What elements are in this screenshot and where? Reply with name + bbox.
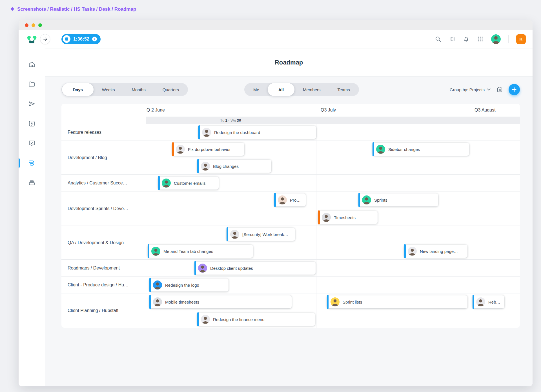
- row-timeline: Provi…SprintsTimesheets: [146, 191, 520, 226]
- task-accent-bar: [404, 244, 406, 258]
- group-by-dropdown[interactable]: Group by: Projects: [450, 87, 491, 92]
- project-row-label: Roadmaps / Development: [68, 266, 120, 271]
- assignee-avatar: [198, 264, 207, 273]
- task-accent-bar: [149, 278, 151, 292]
- breadcrumb[interactable]: ❖ Screenshots / Realistic / HS Tasks / D…: [10, 6, 136, 12]
- task-card[interactable]: Mobile timesheets: [149, 295, 292, 308]
- toolbar: DaysWeeksMonthsQuarters MeAllMembersTeam…: [45, 82, 533, 97]
- screens-icon[interactable]: [449, 36, 455, 42]
- task-card[interactable]: Redesign the logo: [149, 279, 229, 291]
- project-row-label: Development Sprints / Deve…: [68, 206, 128, 211]
- task-accent-bar: [194, 261, 196, 275]
- task-accent-bar: [198, 125, 200, 139]
- task-label: Me and Team tab changes: [163, 249, 217, 254]
- tasks-icon: [28, 140, 36, 148]
- hubstaff-logo[interactable]: [26, 34, 37, 46]
- user-avatar[interactable]: [491, 34, 501, 44]
- tab-all[interactable]: All: [268, 83, 294, 96]
- sidebar-item-tasks[interactable]: [19, 140, 45, 148]
- task-card[interactable]: Timesheets: [318, 211, 378, 224]
- task-card[interactable]: Redesign the dashboard: [198, 126, 316, 139]
- calendar-remove-icon[interactable]: [496, 86, 503, 93]
- minimize-button[interactable]: [32, 23, 35, 27]
- task-card[interactable]: Fix dorpdown behavior: [172, 143, 244, 156]
- task-card[interactable]: [Sercurity] Work break…: [227, 228, 295, 241]
- date-range-label: Tu 1 - We 30: [146, 117, 316, 124]
- window-titlebar: [19, 20, 533, 30]
- tab-days[interactable]: Days: [62, 83, 94, 96]
- stop-icon[interactable]: [63, 35, 70, 43]
- project-row-label: Client - Produce design / Hu…: [68, 282, 128, 288]
- timer-widget[interactable]: 1:36:52 i: [61, 34, 101, 44]
- sidebar-item-activity[interactable]: [19, 120, 45, 128]
- org-badge[interactable]: K: [516, 34, 526, 44]
- assignee-avatar: [153, 297, 162, 306]
- table-row: Client Planning / HubstaffMobile timeshe…: [61, 293, 520, 328]
- task-card[interactable]: Desktop client updates: [194, 262, 316, 275]
- row-timeline: Redesign the dashboard: [146, 124, 520, 141]
- notifications-icon[interactable]: [463, 36, 469, 42]
- month-header: Q 2 June: [147, 104, 165, 117]
- assignee-avatar: [408, 247, 417, 256]
- archive-icon: [28, 179, 36, 188]
- task-card[interactable]: Rebu…: [473, 295, 504, 308]
- task-card[interactable]: Sidebar changes: [373, 143, 469, 156]
- zoom-button[interactable]: [38, 23, 42, 27]
- sidebar-expand-button[interactable]: [40, 34, 50, 44]
- table-row: Client - Produce design / Hu…Redesign th…: [61, 277, 520, 293]
- task-label: Customer emails: [174, 181, 209, 186]
- activity-icon: [28, 120, 36, 128]
- row-timeline: Fix dorpdown behaviorSidebar changesBlog…: [146, 141, 520, 174]
- sidebar-item-archive[interactable]: [19, 179, 45, 188]
- tab-me[interactable]: Me: [245, 83, 268, 96]
- task-card[interactable]: Redesign the finance menu: [197, 313, 315, 326]
- task-accent-bar: [274, 193, 276, 207]
- task-accent-bar: [148, 244, 149, 258]
- task-card[interactable]: Sprints: [358, 193, 438, 206]
- task-card[interactable]: New landing page…: [404, 245, 467, 258]
- sidebar-item-send[interactable]: [19, 100, 45, 109]
- project-row-label: Feature releases: [68, 130, 101, 135]
- sidebar-item-roadmap[interactable]: [19, 159, 45, 168]
- page-title: Roadmap: [275, 59, 303, 66]
- group-by-label: Group by: Projects: [450, 87, 485, 92]
- assignee-avatar: [162, 179, 171, 188]
- timer-time: 1:36:52: [73, 37, 89, 42]
- title-section: Roadmap: [45, 48, 533, 77]
- topbar: 1:36:52 i: [45, 30, 533, 48]
- projects-folder-icon: [28, 81, 36, 89]
- task-card[interactable]: Provi…: [274, 193, 306, 206]
- sidebar-item-projects-folder[interactable]: [19, 81, 45, 89]
- info-icon[interactable]: i: [92, 37, 97, 41]
- task-card[interactable]: Sprint lists: [327, 295, 467, 308]
- assignee-avatar: [376, 145, 385, 154]
- task-label: Sprint lists: [343, 300, 365, 304]
- task-label: Blog changes: [213, 164, 242, 169]
- task-card[interactable]: Me and Team tab changes: [148, 245, 253, 258]
- row-timeline: [Sercurity] Work break…Me and Team tab c…: [146, 226, 520, 259]
- sidebar-item-home[interactable]: [19, 61, 45, 69]
- tab-members[interactable]: Members: [294, 83, 329, 96]
- active-indicator: [19, 158, 20, 168]
- task-card[interactable]: Customer emails: [158, 177, 219, 190]
- assignee-avatar: [153, 280, 162, 289]
- assignee-avatar: [230, 230, 239, 239]
- search-icon[interactable]: [435, 36, 441, 42]
- tab-quarters[interactable]: Quarters: [154, 83, 187, 96]
- assignee-avatar: [176, 145, 185, 154]
- tab-weeks[interactable]: Weeks: [94, 83, 123, 96]
- project-row-label: QA / Development & Design: [68, 240, 124, 245]
- project-row-label: Analytics / Customer Succe…: [68, 181, 127, 186]
- task-card[interactable]: Blog changes: [197, 160, 271, 173]
- table-row: Development / BlogFix dorpdown behaviorS…: [61, 141, 520, 175]
- task-label: Desktop client updates: [210, 266, 256, 271]
- month-header: Q3 August: [475, 104, 496, 117]
- task-label: Provi…: [290, 198, 306, 202]
- task-accent-bar: [149, 295, 151, 309]
- close-button[interactable]: [25, 23, 28, 27]
- breadcrumb-text: Screenshots / Realistic / HS Tasks / Des…: [17, 6, 136, 12]
- add-task-button[interactable]: [509, 84, 520, 95]
- apps-grid-icon[interactable]: [477, 36, 484, 42]
- tab-teams[interactable]: Teams: [329, 83, 358, 96]
- tab-months[interactable]: Months: [123, 83, 154, 96]
